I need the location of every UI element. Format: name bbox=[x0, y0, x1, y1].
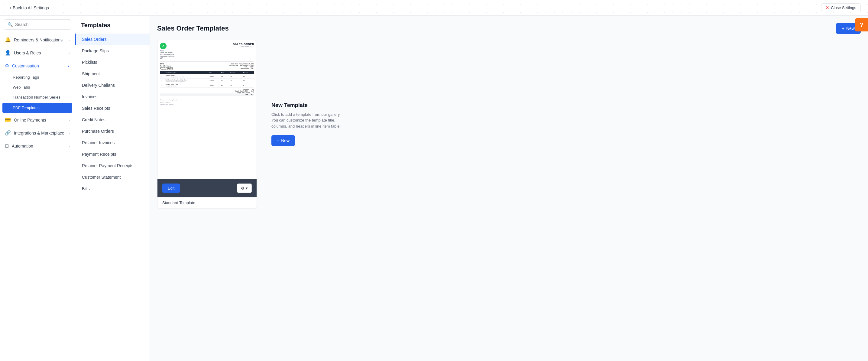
template-nav-retainer-payment-receipts[interactable]: Retainer Payment Receipts bbox=[75, 160, 150, 172]
main-layout: 🔍 🔔 Reminders & Notifications › 👤 Users … bbox=[0, 16, 868, 361]
back-link[interactable]: ‹ Back to All Settings bbox=[7, 4, 51, 11]
chevron-down-icon: ∨ bbox=[67, 64, 70, 68]
doc-title: SALES ORDER bbox=[233, 42, 254, 46]
sidebar-sub-pdf-templates[interactable]: PDF Templates bbox=[2, 103, 72, 113]
new-template-button-label: New bbox=[281, 138, 289, 143]
back-label: Back to All Settings bbox=[13, 5, 49, 10]
gear-icon: ⚙ bbox=[241, 186, 245, 190]
plus-icon: + bbox=[277, 138, 279, 143]
document-preview: Z ZylkarRob & Joe Traders4141 Hacienda D… bbox=[157, 40, 256, 179]
bill-to: Bill To Rob & Joe Traders4141 Hacienda D… bbox=[160, 63, 173, 70]
card-label: Standard Template bbox=[157, 197, 256, 208]
template-nav-delivery-challans[interactable]: Delivery Challans bbox=[75, 80, 150, 91]
new-button-label: New bbox=[846, 26, 855, 31]
transaction-number-label: Transaction Number Series bbox=[13, 95, 60, 99]
new-template-title: New Template bbox=[271, 102, 342, 109]
bell-icon: 🔔 bbox=[5, 37, 11, 42]
plus-icon: + bbox=[842, 26, 844, 31]
sidebar-integrations-label: Integrations & Marketplace bbox=[14, 130, 64, 136]
credit-card-icon: 💳 bbox=[5, 117, 11, 123]
sidebar-sub-transaction-number[interactable]: Transaction Number Series bbox=[0, 92, 75, 102]
sidebar-item-integrations[interactable]: 🔗 Integrations & Marketplace › bbox=[0, 126, 75, 140]
sidebar-item-users[interactable]: 👤 Users & Roles › bbox=[0, 46, 75, 59]
sidebar-sub-reporting-tags[interactable]: Reporting Tags bbox=[0, 72, 75, 82]
sidebar-users-label: Users & Roles bbox=[14, 51, 41, 55]
template-nav-retainer-invoices[interactable]: Retainer Invoices bbox=[75, 137, 150, 148]
top-bar: ‹ Back to All Settings ✕ Close Settings bbox=[0, 0, 868, 16]
dropdown-arrow-icon: ▾ bbox=[246, 186, 248, 190]
template-nav-sales-receipts[interactable]: Sales Receipts bbox=[75, 102, 150, 114]
templates-panel: Templates Sales OrdersPackage SlipsPickl… bbox=[75, 16, 150, 361]
left-sidebar: 🔍 🔔 Reminders & Notifications › 👤 Users … bbox=[0, 16, 75, 361]
close-settings-button[interactable]: ✕ Close Settings bbox=[821, 3, 861, 12]
search-input[interactable] bbox=[15, 22, 67, 27]
template-nav-shipment[interactable]: Shipment bbox=[75, 68, 150, 80]
settings-dropdown-button[interactable]: ⚙ ▾ bbox=[237, 183, 252, 193]
search-icon: 🔍 bbox=[7, 22, 13, 27]
template-nav-credit-notes[interactable]: Credit Notes bbox=[75, 114, 150, 125]
template-nav-customer-statement[interactable]: Customer Statement bbox=[75, 172, 150, 183]
sidebar-reminders-label: Reminders & Notifications bbox=[14, 37, 63, 42]
sidebar-item-reminders[interactable]: 🔔 Reminders & Notifications › bbox=[0, 33, 75, 46]
chevron-right-icon: › bbox=[69, 144, 70, 148]
help-button[interactable]: ? bbox=[855, 18, 868, 31]
card-bottom: Edit ⚙ ▾ bbox=[157, 179, 256, 197]
new-template-description: Click to add a template from our gallery… bbox=[271, 112, 342, 129]
edit-button[interactable]: Edit bbox=[162, 183, 180, 193]
order-meta: Order Date : Wed, February 24, 2016 Ship… bbox=[229, 63, 254, 70]
pdf-templates-label: PDF Templates bbox=[13, 106, 39, 110]
doc-footer: Thank you for reviewing this sales order… bbox=[160, 99, 254, 105]
template-nav-payment-receipts[interactable]: Payment Receipts bbox=[75, 148, 150, 160]
table-row: 1 Brochure DesignBrochure Design Single … bbox=[160, 74, 254, 79]
table-row: 3 Print Ad - Basic - ColorPrint Ad 1/8 c… bbox=[160, 83, 254, 88]
template-card: Z ZylkarRob & Joe Traders4141 Hacienda D… bbox=[157, 40, 257, 208]
template-nav-picklists[interactable]: Picklists bbox=[75, 57, 150, 68]
help-icon: ? bbox=[860, 22, 863, 28]
line-items-table: # Item & Description Qty Rate Discount A… bbox=[160, 71, 254, 88]
template-nav-list: Sales OrdersPackage SlipsPicklistsShipme… bbox=[75, 34, 150, 194]
gear-icon: ⚙ bbox=[5, 63, 9, 69]
company-logo: Z bbox=[160, 42, 166, 49]
new-template-card: New Template Click to add a template fro… bbox=[264, 40, 349, 208]
reporting-tags-label: Reporting Tags bbox=[13, 75, 39, 80]
back-chevron-icon: ‹ bbox=[10, 6, 11, 10]
table-row: 2 Web Design Package(Template) - BasicEx… bbox=[160, 79, 254, 83]
doc-totals: Sub Total630 Sample Tax1 (6.70%)11.75 Sa… bbox=[160, 89, 254, 96]
sidebar-item-customisation[interactable]: ⚙ Customisation ∨ bbox=[0, 59, 75, 72]
chevron-right-icon: › bbox=[69, 118, 70, 122]
sidebar-item-automation[interactable]: ⊞ Automation › bbox=[0, 140, 75, 152]
content-header: Sales Order Templates + New bbox=[157, 23, 861, 34]
sidebar-automation-label: Automation bbox=[12, 144, 33, 148]
chevron-right-icon: › bbox=[69, 131, 70, 135]
order-number: Sales Order# SO-17 bbox=[233, 46, 254, 48]
automation-icon: ⊞ bbox=[5, 143, 9, 149]
sidebar-item-online-payments[interactable]: 💳 Online Payments › bbox=[0, 113, 75, 126]
close-settings-label: Close Settings bbox=[831, 5, 856, 10]
main-content: Sales Order Templates + New Z ZylkarRob … bbox=[150, 16, 868, 361]
template-nav-invoices[interactable]: Invoices bbox=[75, 91, 150, 102]
template-nav-package-slips[interactable]: Package Slips bbox=[75, 45, 150, 57]
template-nav-purchase-orders[interactable]: Purchase Orders bbox=[75, 125, 150, 137]
web-tabs-label: Web Tabs bbox=[13, 85, 30, 90]
user-icon: 👤 bbox=[5, 50, 11, 56]
template-nav-sales-orders[interactable]: Sales Orders bbox=[75, 34, 150, 45]
sidebar-online-payments-label: Online Payments bbox=[14, 118, 46, 122]
template-nav-bills[interactable]: Bills bbox=[75, 183, 150, 194]
link-icon: 🔗 bbox=[5, 130, 11, 136]
page-title: Sales Order Templates bbox=[157, 25, 229, 32]
sidebar-customisation-label: Customisation bbox=[12, 63, 39, 68]
templates-title: Templates bbox=[75, 22, 150, 34]
chevron-right-icon: › bbox=[69, 38, 70, 42]
new-template-button[interactable]: + New bbox=[271, 135, 295, 146]
company-name: ZylkarRob & Joe Traders4141 Hacienda Dri… bbox=[160, 50, 175, 59]
sidebar-sub-web-tabs[interactable]: Web Tabs bbox=[0, 82, 75, 92]
search-bar: 🔍 bbox=[4, 19, 71, 30]
chevron-right-icon: › bbox=[69, 51, 70, 55]
template-cards: Z ZylkarRob & Joe Traders4141 Hacienda D… bbox=[157, 40, 861, 208]
x-icon: ✕ bbox=[826, 5, 829, 10]
card-preview: Z ZylkarRob & Joe Traders4141 Hacienda D… bbox=[157, 40, 256, 179]
